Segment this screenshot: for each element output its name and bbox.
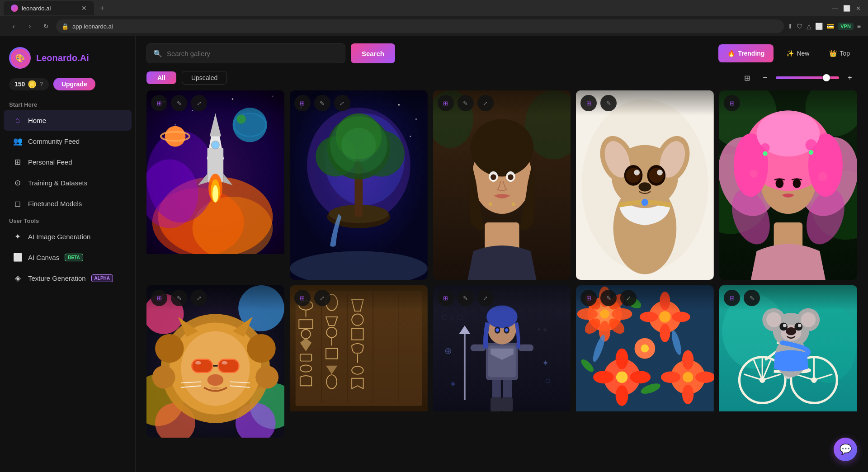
item-6-expand-button[interactable]: ⤢ (191, 290, 207, 306)
share-icon[interactable]: ⬆ (788, 23, 793, 30)
address-bar[interactable]: 🔒 app.leonardo.ai (56, 19, 784, 33)
user-tools-section-label: User Tools (0, 214, 135, 226)
item-9-expand-button[interactable]: ⤢ (620, 290, 637, 306)
item-10-remix-button[interactable]: ⊞ (724, 290, 740, 306)
item-7-expand-button[interactable]: ⤢ (314, 290, 330, 306)
sidebar-item-community-feed-label: Community Feed (28, 137, 80, 145)
sidebar-item-home-label: Home (28, 117, 46, 124)
item-3-edit-button[interactable]: ✎ (458, 95, 474, 111)
item-1-remix-button[interactable]: ⊞ (151, 95, 167, 111)
svg-point-44 (341, 128, 376, 162)
triangle-icon[interactable]: △ (807, 23, 811, 30)
item-8-remix-button[interactable]: ⊞ (438, 290, 454, 306)
svg-point-71 (657, 170, 663, 175)
item-2-remix-button[interactable]: ⊞ (294, 95, 311, 111)
upgrade-button[interactable]: Upgrade (53, 78, 95, 90)
item-1-edit-button[interactable]: ✎ (171, 95, 187, 111)
gallery-item-8[interactable]: ⬡ ◇ ⬡ ✦ ◈ (433, 285, 571, 438)
svg-text:⊕: ⊕ (444, 346, 452, 356)
item-7-remix-button[interactable]: ⊞ (294, 290, 311, 306)
minimize-button[interactable]: — (832, 5, 838, 12)
reload-button[interactable]: ↻ (40, 20, 52, 33)
gallery[interactable]: ⊞ ✎ ⤢ (136, 90, 868, 472)
sidebar-item-texture-generation-label: Texture Generation (28, 274, 86, 282)
item-8-edit-button[interactable]: ✎ (458, 290, 474, 306)
item-9-edit-button[interactable]: ✎ (600, 290, 617, 306)
item-10-edit-button[interactable]: ✎ (744, 290, 760, 306)
item-2-edit-button[interactable]: ✎ (314, 95, 330, 111)
chat-fab-button[interactable]: 💬 (834, 438, 857, 461)
svg-point-172 (600, 309, 609, 318)
svg-point-91 (806, 139, 817, 151)
gallery-item-7[interactable]: ⊞ ⤢ (290, 285, 428, 438)
gallery-item-2[interactable]: ⊞ ✎ ⤢ (290, 90, 428, 280)
grid-controls: ⊞ − + (740, 71, 857, 85)
menu-icon[interactable]: ≡ (857, 23, 861, 30)
all-filter-button[interactable]: All (146, 71, 176, 84)
sidebar-item-community-feed[interactable]: 👥 Community Feed (4, 131, 132, 151)
zoom-slider[interactable] (776, 76, 839, 79)
sidebar-item-training-datasets[interactable]: ⊙ Training & Datasets (4, 172, 132, 193)
help-icon[interactable]: ? (39, 80, 43, 88)
close-window-button[interactable]: ✕ (856, 5, 861, 12)
svg-point-111 (181, 331, 250, 406)
zoom-slider-thumb[interactable] (823, 74, 830, 81)
gallery-item-5[interactable]: ⊞ (719, 90, 857, 280)
gallery-item-8-overlay: ⊞ ✎ ⤢ (433, 285, 571, 311)
trending-button[interactable]: 🔥 Trending (718, 44, 774, 62)
item-6-edit-button[interactable]: ✎ (171, 290, 187, 306)
gallery-item-9[interactable]: ⊞ ✎ ⤢ (576, 285, 714, 438)
gallery-item-3[interactable]: ⊞ ✎ ⤢ (433, 90, 571, 280)
item-4-edit-button[interactable]: ✎ (600, 95, 617, 111)
sidebar-item-training-datasets-label: Training & Datasets (28, 179, 87, 187)
top-filter-button[interactable]: 👑 Top (822, 44, 857, 62)
tab-close-button[interactable]: ✕ (81, 5, 87, 12)
sidebar-item-finetuned-models-label: Finetuned Models (28, 200, 82, 208)
zoom-out-icon[interactable]: − (758, 71, 772, 85)
item-4-remix-button[interactable]: ⊞ (580, 95, 597, 111)
item-2-expand-button[interactable]: ⤢ (334, 95, 350, 111)
sidebar-item-finetuned-models[interactable]: ◻ Finetuned Models (4, 193, 132, 214)
svg-point-192 (616, 372, 627, 383)
sidebar-item-ai-image-generation[interactable]: ✦ AI Image Generation (4, 226, 132, 247)
sidebar-item-texture-generation[interactable]: ◈ Texture Generation ALPHA (4, 268, 132, 288)
new-tab-button[interactable]: + (96, 2, 108, 14)
grid-view-icon[interactable]: ⊞ (740, 71, 754, 85)
forward-button[interactable]: › (24, 20, 36, 33)
maximize-button[interactable]: ⬜ (843, 5, 850, 12)
item-3-remix-button[interactable]: ⊞ (438, 95, 454, 111)
svg-point-183 (660, 324, 670, 342)
svg-point-35 (410, 136, 411, 137)
shield-icon[interactable]: 🛡 (797, 23, 803, 30)
item-5-remix-button[interactable]: ⊞ (724, 95, 740, 111)
upscaled-filter-button[interactable]: Upscaled (182, 71, 227, 85)
item-1-expand-button[interactable]: ⤢ (191, 95, 207, 111)
gallery-item-1[interactable]: ⊞ ✎ ⤢ (146, 90, 284, 280)
main-content: 🔍 Search 🔥 Trending ✨ New 👑 Top All Upsc… (136, 36, 868, 472)
search-input[interactable] (167, 50, 339, 57)
sparkle-icon: ✨ (786, 50, 794, 57)
back-button[interactable]: ‹ (7, 20, 20, 33)
wallet-icon[interactable]: 💳 (826, 23, 834, 30)
gallery-item-1-overlay: ⊞ ✎ ⤢ (146, 90, 284, 116)
svg-point-11 (236, 114, 245, 123)
gallery-item-3-overlay: ⊞ ✎ ⤢ (433, 90, 571, 116)
zoom-in-icon[interactable]: + (843, 71, 857, 85)
item-8-expand-button[interactable]: ⤢ (477, 290, 494, 306)
gallery-item-10[interactable]: ⊞ ✎ (719, 285, 857, 438)
gallery-item-2-overlay: ⊞ ✎ ⤢ (290, 90, 428, 116)
sidebar-item-personal-feed[interactable]: ⊞ Personal Feed (4, 151, 132, 172)
active-tab[interactable]: leonardo.ai ✕ (4, 1, 94, 15)
item-6-remix-button[interactable]: ⊞ (151, 290, 167, 306)
search-button[interactable]: Search (351, 43, 395, 63)
sidebar-item-ai-canvas[interactable]: ⬜ AI Canvas BETA (4, 247, 132, 268)
gallery-item-4[interactable]: ⊞ ✎ (576, 90, 714, 280)
item-9-remix-button[interactable]: ⊞ (580, 290, 597, 306)
credits-coin-icon: 🪙 (28, 80, 37, 89)
new-filter-button[interactable]: ✨ New (779, 44, 816, 62)
item-3-expand-button[interactable]: ⤢ (477, 95, 494, 111)
sidebar-toggle[interactable]: ⬜ (815, 23, 823, 30)
sidebar-item-home[interactable]: ⌂ Home (4, 110, 132, 131)
gallery-item-6[interactable]: ⊞ ✎ ⤢ (146, 285, 284, 438)
vpn-badge[interactable]: VPN (838, 23, 854, 30)
